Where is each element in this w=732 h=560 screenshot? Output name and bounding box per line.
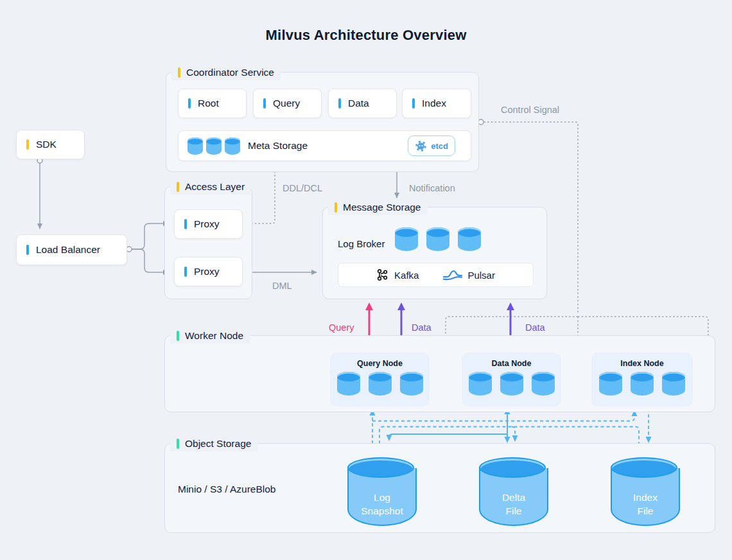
query-node-title: Query Node <box>330 359 430 368</box>
notification-label: Notification <box>409 183 455 193</box>
data-coord-node: Data <box>328 89 397 118</box>
access-layer-group: Access Layer Proxy Proxy <box>164 186 252 299</box>
index-accent-bar <box>412 98 415 109</box>
etcd-badge-label: etcd <box>431 141 448 151</box>
index-file-line2: File <box>612 505 679 518</box>
log-snapshot-line1: Log <box>349 491 415 505</box>
index-file-line1: Index <box>612 491 679 505</box>
meta-storage-node: Meta Storage etcd <box>178 130 471 161</box>
data-stream-label-1: Data <box>412 322 431 333</box>
edge-lb-to-proxy2 <box>132 249 169 272</box>
kafka-label: Kafka <box>394 270 419 281</box>
log-snapshot-cylinder: Log Snapshot <box>347 468 417 526</box>
milvus-architecture-diagram: Milvus Architecture Overview <box>0 0 732 560</box>
data-coord-label: Data <box>348 98 369 109</box>
database-cylinder-icon <box>532 377 555 396</box>
edge-to-deltafile-dashed <box>512 427 515 441</box>
index-node-title: Index Node <box>591 359 693 368</box>
log-snapshot-label: Log Snapshot <box>349 491 415 518</box>
ddl-dcl-label: DDL/DCL <box>283 183 322 193</box>
delta-file-cylinder: Delta File <box>479 468 548 526</box>
load-balancer-label: Load Balancer <box>36 244 100 256</box>
access-layer-group-label: Access Layer <box>170 179 251 195</box>
data-node-cylinders <box>462 371 561 396</box>
load-balancer-accent-bar <box>26 245 29 255</box>
database-cylinder-icon <box>631 377 654 396</box>
proxy1-label: Proxy <box>194 218 220 230</box>
root-coord-label: Root <box>198 98 219 109</box>
proxy1-node: Proxy <box>174 209 243 239</box>
log-broker-cylinders <box>395 227 481 251</box>
database-cylinder-icon <box>206 141 222 155</box>
coordinator-service-group-label: Coordinator Service <box>171 65 281 80</box>
root-accent-bar <box>188 98 191 109</box>
data-node: Data Node <box>462 353 561 407</box>
worker-node-accent-bar <box>177 331 179 341</box>
log-broker-label: Log Broker <box>338 238 385 249</box>
worker-node-group-label: Worker Node <box>170 328 250 344</box>
database-cylinder-icon <box>395 232 418 251</box>
coordinator-label-text: Coordinator Service <box>186 67 274 78</box>
delta-file-label: Delta File <box>480 491 547 518</box>
meta-storage-label: Meta Storage <box>248 140 308 152</box>
edge-lb-to-proxy1 <box>132 223 169 249</box>
delta-file-line2: File <box>480 505 547 518</box>
sdk-accent-bar <box>26 139 29 150</box>
coordinator-service-group: Coordinator Service Root Query Data Inde… <box>166 72 479 172</box>
etcd-badge: etcd <box>408 136 455 156</box>
meta-storage-cylinders <box>187 137 240 155</box>
pulsar-icon <box>443 269 462 281</box>
edge-datanode-logsnapshot <box>389 434 507 440</box>
proxy2-node: Proxy <box>174 257 243 286</box>
message-storage-group: Message Storage Log Broker Kafka <box>322 207 547 299</box>
message-storage-accent-bar <box>335 202 337 213</box>
index-node: Index Node <box>591 353 693 407</box>
access-layer-accent-bar <box>177 182 179 192</box>
database-cylinder-icon <box>599 377 622 396</box>
proxy1-accent-bar <box>184 219 187 229</box>
data-stream-label-2: Data <box>525 322 545 333</box>
gear-icon <box>415 140 427 152</box>
kafka-broker: Kafka <box>376 268 419 281</box>
object-storage-group: Object Storage Minio / S3 / AzureBlob Lo… <box>164 443 715 533</box>
query-coord-node: Query <box>253 89 322 118</box>
database-cylinder-icon <box>469 377 492 396</box>
object-storage-label-text: Object Storage <box>185 438 251 450</box>
pulsar-label: Pulsar <box>467 270 495 281</box>
message-storage-group-label: Message Storage <box>328 200 428 215</box>
sdk-label: SDK <box>36 139 57 150</box>
database-cylinder-icon <box>500 377 523 396</box>
object-storage-group-label: Object Storage <box>170 436 257 451</box>
proxy2-label: Proxy <box>194 266 220 277</box>
worker-node-label-text: Worker Node <box>185 330 243 342</box>
delta-file-line1: Delta <box>480 491 547 505</box>
object-storage-accent-bar <box>177 439 179 449</box>
database-cylinder-icon <box>400 377 423 396</box>
storage-providers-label: Minio / S3 / AzureBlob <box>178 484 276 495</box>
index-file-label: Index File <box>612 491 679 518</box>
message-storage-label-text: Message Storage <box>343 202 421 213</box>
index-node-cylinders <box>591 371 693 396</box>
page-title: Milvus Architecture Overview <box>0 27 732 44</box>
edge-storage-to-indexnode <box>372 411 634 421</box>
data-node-title: Data Node <box>462 359 561 368</box>
proxy2-accent-bar <box>184 267 187 277</box>
database-cylinder-icon <box>337 377 360 396</box>
kafka-icon <box>376 268 389 281</box>
database-cylinder-icon <box>458 232 481 251</box>
worker-node-group: Worker Node Query Node Data Node Index N… <box>164 335 715 412</box>
index-coord-label: Index <box>422 98 446 109</box>
database-cylinder-icon <box>187 141 203 155</box>
index-coord-node: Index <box>402 89 471 118</box>
log-snapshot-line2: Snapshot <box>349 505 415 518</box>
data-accent-bar <box>338 98 341 109</box>
query-accent-bar <box>263 98 266 109</box>
query-node: Query Node <box>330 353 430 407</box>
database-cylinder-icon <box>369 377 392 396</box>
query-coord-label: Query <box>273 98 300 109</box>
coordinator-accent-bar <box>178 67 180 78</box>
load-balancer-node: Load Balancer <box>16 234 127 265</box>
dml-label: DML <box>272 281 292 291</box>
sdk-node: SDK <box>16 130 85 159</box>
pulsar-broker: Pulsar <box>443 269 495 281</box>
